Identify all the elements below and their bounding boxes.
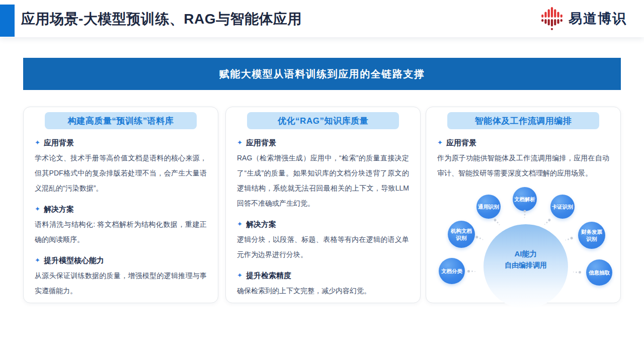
title-accent-bar: [0, 5, 15, 37]
section-heading-text: 提升检索精度: [246, 271, 291, 281]
section-heading: ✦ 提升模型核心能力: [35, 256, 207, 265]
connector-dots: [565, 236, 574, 241]
connector-dots: [524, 210, 526, 218]
section-background: ✦ 应用背景 作为原子功能供智能体及工作流调用编排，应用在自动审计、智能投研等需…: [437, 138, 609, 180]
banner-text: 赋能大模型从语料训练到应用的全链路支撑: [219, 67, 425, 81]
section-body: 学术论文、技术手册等高价值文档是语料的核心来源，但其PDF格式中的复杂排版若处理…: [35, 150, 207, 196]
section-body: 从源头保证训练数据的质量，增强模型的逻辑推理与事实遵循能力。: [35, 268, 207, 298]
node-label: 信息抽取: [588, 269, 611, 276]
section-body: 确保检索到的上下文完整，减少内容幻觉。: [237, 283, 409, 298]
connector-dots: [475, 235, 484, 240]
section-background: ✦ 应用背景 学术论文、技术手册等高价值文档是语料的核心来源，但其PDF格式中的…: [35, 138, 207, 196]
node-label: 通用识别: [477, 203, 500, 210]
connector-dots: [573, 271, 581, 274]
node-label: 卡证识别: [551, 203, 574, 210]
connector-dots: [544, 218, 551, 226]
diamond-bullet-icon: ✦: [237, 272, 243, 279]
center-circle-line1: AI能力: [515, 249, 537, 259]
card-title-pill: 优化“RAG”知识库质量: [247, 112, 399, 129]
section-benefit: ✦ 提升检索精度 确保检索到的上下文完整，减少内容幻觉。: [237, 271, 409, 298]
card-title: 优化“RAG”知识库质量: [278, 115, 368, 127]
section-body: 作为原子功能供智能体及工作流调用编排，应用在自动审计、智能投研等需要深度文档理解…: [437, 150, 609, 180]
brand-name: 易道博识: [569, 10, 627, 28]
diamond-bullet-icon: ✦: [35, 139, 40, 146]
connector-dots: [467, 270, 475, 273]
section-body: 逻辑分块，以段落、标题、表格等有内在逻辑的语义单元作为边界进行分块。: [237, 232, 409, 262]
section-heading: ✦ 解决方案: [237, 220, 409, 229]
connector-dots: [494, 218, 501, 226]
section-heading-text: 提升模型核心能力: [44, 256, 104, 265]
section-heading-text: 应用背景: [446, 138, 476, 148]
banner: 赋能大模型从语料训练到应用的全链路支撑: [23, 58, 621, 90]
node-general-recognition: 通用识别: [476, 195, 501, 219]
center-circle-line2: 自由编排调用: [505, 261, 547, 270]
section-body: 语料清洗与结构化: 将文档解析为结构化数据，重建正确的阅读顺序。: [35, 217, 207, 247]
card-rag-quality: 优化“RAG”知识库质量 ✦ 应用背景 RAG（检索增强生成）应用中，“检索”的…: [225, 107, 421, 303]
section-heading-text: 解决方案: [246, 220, 276, 229]
card-pretraining-corpus: 构建高质量“预训练”语料库 ✦ 应用背景 学术论文、技术手册等高价值文档是语料的…: [23, 107, 218, 303]
section-heading-text: 解决方案: [44, 205, 74, 214]
node-label: 财务发票识别: [580, 228, 603, 242]
section-background: ✦ 应用背景 RAG（检索增强生成）应用中，“检索”的质量直接决定了“生成”的质…: [237, 138, 409, 211]
diamond-bullet-icon: ✦: [35, 205, 40, 213]
card-agent-workflow: 智能体及工作流调用编排 ✦ 应用背景 作为原子功能供智能体及工作流调用编排，应用…: [426, 107, 621, 303]
section-solution: ✦ 解决方案 逻辑分块，以段落、标题、表格等有内在逻辑的语义单元作为边界进行分块…: [237, 220, 409, 262]
card-title-pill: 构建高质量“预训练”语料库: [45, 112, 197, 129]
node-label: 文档分类: [440, 267, 463, 275]
section-benefit: ✦ 提升模型核心能力 从源头保证训练数据的质量，增强模型的逻辑推理与事实遵循能力…: [35, 256, 207, 298]
brand-logo: 易道博识: [540, 7, 627, 31]
node-org-document-recognition: 机构文档识别: [448, 221, 475, 248]
section-heading-text: 应用背景: [44, 138, 74, 148]
diamond-bullet-icon: ✦: [437, 139, 443, 146]
section-heading: ✦ 解决方案: [35, 205, 207, 214]
section-heading: ✦ 应用背景: [35, 138, 207, 148]
section-heading: ✦ 应用背景: [437, 138, 609, 148]
node-information-extraction: 信息抽取: [586, 259, 612, 286]
diamond-bullet-icon: ✦: [237, 220, 243, 228]
section-heading: ✦ 提升检索精度: [237, 271, 409, 281]
card-title: 智能体及工作流调用编排: [475, 115, 572, 127]
node-document-parsing: 文档解析: [513, 187, 537, 211]
diamond-bullet-icon: ✦: [237, 139, 243, 146]
diamond-bullet-icon: ✦: [35, 256, 40, 264]
section-heading: ✦ 应用背景: [237, 138, 409, 148]
slide-header: 应用场景-大模型预训练、RAG与智能体应用: [0, 0, 644, 37]
slide: 应用场景-大模型预训练、RAG与智能体应用: [0, 0, 644, 362]
card-title-pill: 智能体及工作流调用编排: [447, 112, 599, 129]
node-label: 文档解析: [513, 196, 536, 203]
soundwave-dots-icon: [540, 7, 564, 31]
card-title: 构建高质量“预训练”语料库: [68, 115, 174, 127]
ai-capability-diagram: AI能力 自由编排调用 通用识别 文档解析 卡证识别 机构文档识别 财务发票识别…: [426, 107, 621, 304]
node-invoice-recognition: 财务发票识别: [578, 222, 605, 249]
center-circle: AI能力 自由编排调用: [484, 224, 568, 309]
node-card-recognition: 卡证识别: [550, 195, 575, 219]
section-body: RAG（检索增强生成）应用中，“检索”的质量直接决定了“生成”的质量。如果知识库…: [237, 150, 409, 211]
node-document-classification: 文档分类: [439, 258, 465, 284]
section-heading-text: 应用背景: [246, 138, 276, 148]
section-solution: ✦ 解决方案 语料清洗与结构化: 将文档解析为结构化数据，重建正确的阅读顺序。: [35, 205, 207, 247]
node-label: 机构文档识别: [450, 227, 473, 241]
page-title: 应用场景-大模型预训练、RAG与智能体应用: [21, 10, 302, 29]
